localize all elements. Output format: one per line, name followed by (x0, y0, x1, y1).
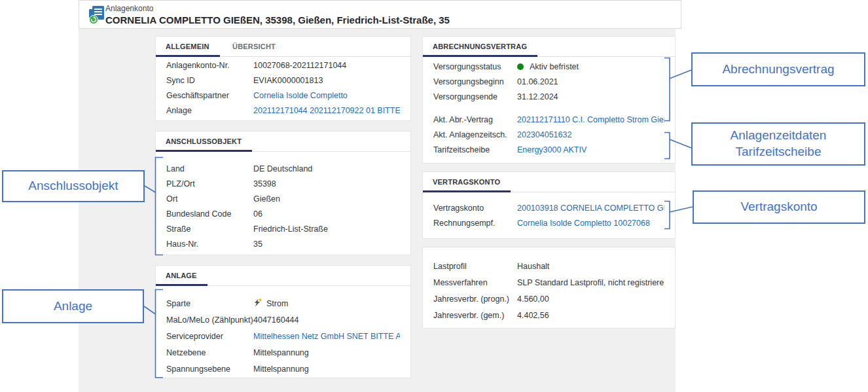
field-row: Lastprofil Haushalt (433, 258, 664, 274)
tarifzeitscheibe-link[interactable]: Energy3000 AKTIV (517, 145, 664, 154)
field-row: Akt. Anlagenzeitsch. 202304051632 (433, 127, 664, 142)
field-label: MaLo/MeLo (Zählpunkt) (166, 315, 253, 325)
field-row: Rechnungsempf. Cornelia Isolde Completto… (433, 215, 664, 230)
tab-strip: VERTRAGSKONTO (423, 172, 675, 192)
panel-lastprofil: Lastprofil Haushalt Messverfahren SLP St… (422, 247, 676, 329)
field-row: Haus-Nr. 35 (166, 236, 400, 251)
page-header: Anlagenkonto CORNELIA COMPLETTO GIEßEN, … (79, 0, 681, 29)
callout-label: Vertragskonto (740, 199, 817, 215)
field-value: 4.402,56 (517, 311, 664, 320)
field-row: Netzebene Mittelspannung (166, 344, 400, 361)
field-row: Serviceprovider Mittelhessen Netz GmbH S… (166, 328, 400, 344)
abr-vertrag-link[interactable]: 202112171110 C.I. Completto Strom Gießen (517, 115, 664, 124)
tab-anschlussobjekt[interactable]: ANSCHLUSSOBJEKT (156, 132, 252, 152)
vertragskonto-link[interactable]: 200103918 CORNELIA COMPLETTO GIEßEN (517, 204, 664, 213)
field-label: Netzebene (166, 348, 253, 357)
active-status-dot (517, 63, 524, 70)
field-value: EVIAK0000001813 (253, 76, 400, 85)
field-label: Geschäftspartner (166, 91, 253, 100)
callout-label: Abrechnungsvertrag (722, 62, 834, 78)
field-label: Messverfahren (433, 278, 517, 287)
status-text: Aktiv befristet (530, 62, 579, 71)
field-row: Anlagenkonto-Nr. 10027068-202112171044 (166, 58, 400, 73)
field-value: 01.06.2021 (517, 77, 664, 86)
field-row: Anlage 202112171044 202112170922 01 BITT… (166, 103, 400, 118)
field-value: 10027068-202112171044 (253, 61, 400, 70)
field-label: Haus-Nr. (166, 240, 253, 249)
callout-anlagenzeitdaten: Anlagenzeitdaten Tarifzeitscheibe (691, 122, 865, 166)
field-row: Ort Gießen (166, 191, 400, 206)
field-label: Versorgungsende (433, 92, 517, 101)
field-value: Haushalt (517, 262, 664, 271)
field-row: Versorgungsbeginn 01.06.2021 (433, 74, 664, 89)
field-label: Straße (166, 224, 253, 234)
tab-strip: ANSCHLUSSOBJEKT (156, 132, 410, 152)
field-label: Sync ID (166, 76, 253, 85)
field-value: DE Deutschland (253, 164, 400, 173)
anlage-link[interactable]: 202112171044 202112170922 01 BITTE AENDE… (253, 106, 400, 115)
callout-abrechnungsvertrag: Abrechnungsvertrag (691, 52, 865, 86)
facility-account-icon (88, 5, 106, 25)
callout-label: Tarifzeitscheibe (736, 144, 822, 160)
panel-abrechnungsvertrag: ABRECHNUNGSVERTRAG Versorgungsstatus Akt… (422, 36, 676, 164)
field-label: Anlagenkonto-Nr. (166, 61, 253, 70)
page-title: CORNELIA COMPLETTO GIEßEN, 35398, Gießen… (105, 14, 450, 26)
field-value: 4047160444 (253, 315, 400, 325)
field-label: Akt. Anlagenzeitsch. (433, 130, 517, 139)
field-row: Akt. Abr.-Vertrag 202112171110 C.I. Comp… (433, 112, 664, 127)
tab-strip: ALLGEMEIN ÜBERSICHT (156, 37, 410, 57)
tab-allgemein[interactable]: ALLGEMEIN (156, 37, 220, 57)
rechnungsempfaenger-link[interactable]: Cornelia Isolde Completto 10027068 (517, 219, 664, 228)
panel-anlage: ANLAGE Sparte Strom MaLo/MeLo (Zählpunkt… (155, 265, 411, 378)
tab-anlage[interactable]: ANLAGE (156, 266, 208, 286)
field-row: Straße Friedrich-List-Straße (166, 221, 400, 236)
field-value: 35 (253, 240, 400, 249)
tab-abrechnungsvertrag[interactable]: ABRECHNUNGSVERTRAG (423, 37, 537, 57)
field-row: Vertragskonto 200103918 CORNELIA COMPLET… (433, 200, 664, 215)
field-row: Versorgungsstatus Aktiv befristet (433, 59, 664, 74)
tab-uebersicht[interactable]: ÜBERSICHT (223, 37, 286, 57)
field-label: Sparte (166, 299, 253, 308)
anlagenkonto-screen: Anlagenkonto CORNELIA COMPLETTO GIEßEN, … (0, 0, 868, 392)
field-value: SLP Standard Lastprofil, nicht registrie… (517, 278, 664, 287)
panel-vertragskonto: VERTRAGSKONTO Vertragskonto 200103918 CO… (422, 171, 676, 239)
field-label: Jahresverbr. (progn.) (433, 294, 517, 304)
field-label: Versorgungsstatus (433, 62, 517, 71)
field-row: Tarifzeitscheibe Energy3000 AKTIV (433, 142, 664, 157)
field-value: 35398 (253, 179, 400, 188)
field-value: 31.12.2024 (517, 92, 664, 101)
panel-allgemein: ALLGEMEIN ÜBERSICHT Anlagenkonto-Nr. 100… (155, 36, 411, 121)
electricity-flash-icon (253, 298, 262, 309)
field-label: Bundesland Code (166, 209, 253, 219)
field-row: Messverfahren SLP Standard Lastprofil, n… (433, 274, 664, 291)
field-label: Vertragskonto (433, 204, 517, 213)
field-row: Geschäftspartner Cornelia Isolde Complet… (166, 88, 400, 103)
serviceprovider-link[interactable]: Mittelhessen Netz GmbH SNET BITTE AENDER… (253, 332, 400, 341)
tab-strip: ABRECHNUNGSVERTRAG (423, 37, 675, 57)
field-value: 4.560,00 (517, 294, 664, 304)
field-label: Versorgungsbeginn (433, 77, 517, 86)
field-row: Sparte Strom (166, 295, 400, 312)
callout-label: Anschlussobjekt (28, 178, 118, 194)
field-label: PLZ/Ort (166, 179, 253, 188)
field-row: Land DE Deutschland (166, 161, 400, 176)
field-value: Strom (266, 299, 288, 308)
field-value: Friedrich-List-Straße (253, 224, 400, 234)
field-label: Land (166, 164, 253, 173)
field-label: Tarifzeitscheibe (433, 145, 517, 154)
callout-label: Anlage (54, 298, 92, 315)
app-label: Anlagenkonto (105, 4, 450, 13)
anlagenzeitscheibe-link[interactable]: 202304051632 (517, 130, 664, 139)
callout-anlage: Anlage (2, 289, 144, 323)
field-label: Jahresverbr. (gem.) (433, 311, 517, 320)
field-label: Serviceprovider (166, 332, 253, 341)
callout-label: Anlagenzeitdaten (731, 128, 827, 144)
geschaeftspartner-link[interactable]: Cornelia Isolde Completto (253, 91, 400, 100)
callout-vertragskonto: Vertragskonto (693, 190, 865, 224)
field-row: Spannungsebene Mittelspannung (166, 361, 400, 377)
tab-vertragskonto[interactable]: VERTRAGSKONTO (423, 172, 511, 192)
field-row: Bundesland Code 06 (166, 206, 400, 221)
tab-strip: ANLAGE (156, 266, 410, 286)
field-label: Lastprofil (433, 262, 517, 271)
field-row: Jahresverbr. (gem.) 4.402,56 (433, 307, 664, 323)
